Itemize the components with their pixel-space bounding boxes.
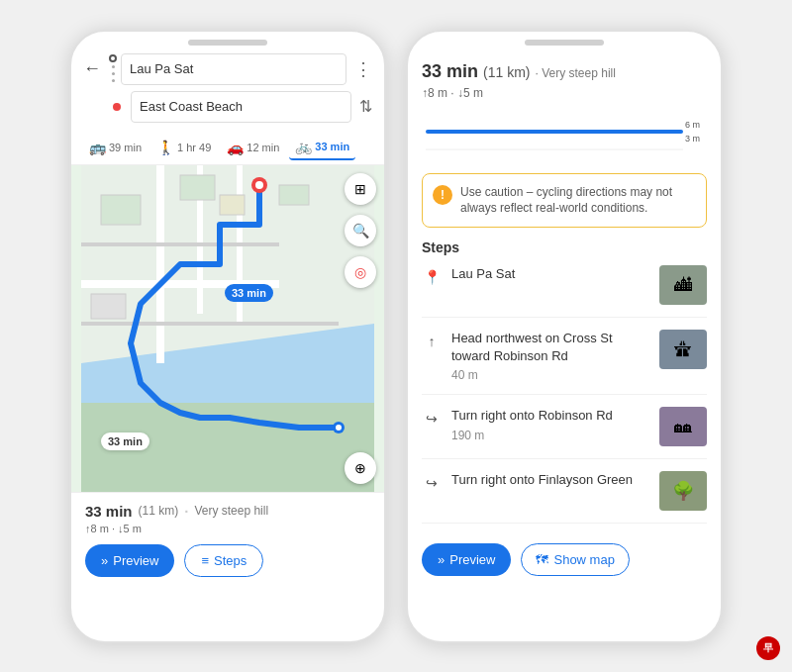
- right-content: 33 min (11 km) · Very steep hill ↑8 m · …: [408, 46, 721, 633]
- location-icon: ⊕: [354, 460, 366, 476]
- step-thumb-4: 🌳: [659, 471, 707, 511]
- svg-text:6 m: 6 m: [685, 120, 700, 130]
- connector3: [112, 79, 115, 82]
- step-text-4: Turn right onto Finlayson Green: [451, 471, 649, 489]
- elevation-chart: 6 m 3 m: [422, 110, 707, 159]
- step-icon-2: ↑: [422, 332, 442, 351]
- dest-dot: [113, 103, 121, 111]
- step-text-1: Lau Pa Sat: [451, 265, 649, 283]
- preview-icon: »: [101, 553, 108, 568]
- transport-tabs: 🚌 39 min 🚶 1 hr 49 🚗 12 min 🚲 33 min: [71, 131, 384, 165]
- tab-walk[interactable]: 🚶 1 hr 49: [151, 135, 217, 160]
- tab-car[interactable]: 🚗 12 min: [221, 135, 285, 160]
- origin-row: ← Lau Pa Sat ⋮: [83, 53, 372, 85]
- step-icon-3: ↪: [422, 409, 442, 429]
- right-phone: 33 min (11 km) · Very steep hill ↑8 m · …: [406, 30, 723, 643]
- step-info-1: Lau Pa Sat: [451, 265, 649, 283]
- step-text-3: Turn right onto Robinson Rd: [451, 407, 649, 425]
- right-action-buttons: » Preview 🗺 Show map: [422, 535, 707, 576]
- step-thumb-1: 🏙: [659, 265, 707, 305]
- destination-input[interactable]: East Coast Beach: [131, 91, 351, 123]
- right-elevation: ↑8 m · ↓5 m: [422, 86, 707, 100]
- step-item-3: ↪ Turn right onto Robinson Rd 190 m 🏘: [422, 407, 707, 459]
- route-info-bottom: 33 min (11 km) · Very steep hill ↑8 m · …: [71, 492, 384, 583]
- left-phone: ← Lau Pa Sat ⋮: [69, 30, 386, 643]
- origin-dot: [109, 54, 117, 62]
- svg-point-15: [255, 181, 263, 189]
- compass-icon: ◎: [354, 264, 366, 280]
- svg-rect-9: [101, 195, 141, 225]
- svg-rect-10: [180, 175, 215, 200]
- step-item-4: ↪ Turn right onto Finlayson Green 🌳: [422, 471, 707, 524]
- origin-input[interactable]: Lau Pa Sat: [121, 53, 346, 85]
- swap-button[interactable]: ⇅: [359, 97, 372, 116]
- map-time-label-main: 33 min: [225, 284, 273, 302]
- svg-rect-18: [426, 130, 683, 134]
- watermark: 早: [756, 636, 780, 660]
- svg-rect-13: [220, 195, 245, 215]
- route-km: (11 km): [139, 504, 179, 518]
- steps-icon: ≡: [201, 553, 209, 568]
- location-button[interactable]: ⊕: [345, 452, 376, 484]
- connector1: [112, 65, 115, 68]
- map-area: 33 min 33 min ⊞ 🔍 ◎ ⊕: [71, 165, 384, 492]
- map-icon: 🗺: [536, 552, 548, 567]
- step-item-1: 📍 Lau Pa Sat 🏙: [422, 265, 707, 318]
- layers-icon: ⊞: [354, 181, 366, 197]
- svg-text:3 m: 3 m: [685, 134, 700, 144]
- bike-icon: 🚲: [295, 139, 312, 154]
- search-icon: 🔍: [352, 223, 369, 239]
- walk-icon: 🚶: [157, 140, 174, 155]
- route-summary: 33 min (11 km) · Very steep hill: [85, 503, 370, 520]
- warning-box: ! Use caution – cycling directions may n…: [422, 173, 707, 229]
- step-info-2: Head northwest on Cross St toward Robins…: [451, 330, 649, 382]
- step-info-4: Turn right onto Finlayson Green: [451, 471, 649, 489]
- step-text-2: Head northwest on Cross St toward Robins…: [451, 330, 649, 365]
- step-item-2: ↑ Head northwest on Cross St toward Robi…: [422, 330, 707, 395]
- left-header: ← Lau Pa Sat ⋮: [71, 46, 384, 131]
- steps-button[interactable]: ≡ Steps: [184, 544, 263, 577]
- step-icon-1: 📍: [422, 267, 442, 287]
- preview-button-right[interactable]: » Preview: [422, 543, 511, 576]
- more-button[interactable]: ⋮: [354, 58, 372, 80]
- steps-heading: Steps: [422, 240, 707, 255]
- preview-button-left[interactable]: » Preview: [85, 544, 174, 577]
- svg-rect-12: [91, 294, 126, 319]
- tab-bike[interactable]: 🚲 33 min: [289, 135, 355, 160]
- warning-icon: !: [433, 185, 452, 205]
- right-route-title: 33 min (11 km) · Very steep hill: [422, 61, 707, 82]
- bus-icon: 🚌: [89, 140, 106, 155]
- step-thumb-3: 🏘: [659, 407, 707, 446]
- car-icon: 🚗: [227, 140, 244, 155]
- route-hill: Very steep hill: [194, 504, 268, 518]
- tab-bus[interactable]: 🚌 39 min: [83, 135, 148, 160]
- compass-button[interactable]: ◎: [345, 256, 376, 288]
- action-buttons-left: » Preview ≡ Steps: [85, 544, 370, 577]
- map-time-label-alt: 33 min: [101, 432, 149, 450]
- warning-text: Use caution – cycling directions may not…: [460, 184, 696, 218]
- step-info-3: Turn right onto Robinson Rd 190 m: [451, 407, 649, 441]
- svg-rect-11: [279, 185, 309, 205]
- destination-row: East Coast Beach ⇅: [83, 91, 372, 123]
- show-map-button[interactable]: 🗺 Show map: [521, 543, 629, 576]
- step-dist-3: 190 m: [451, 429, 649, 442]
- layers-button[interactable]: ⊞: [345, 173, 376, 205]
- preview-arrows-icon: »: [438, 552, 445, 567]
- step-thumb-2: 🛣: [659, 330, 707, 369]
- connector2: [112, 72, 115, 75]
- step-icon-4: ↪: [422, 473, 442, 493]
- elevation-info-left: ↑8 m · ↓5 m: [85, 523, 370, 534]
- step-dist-2: 40 m: [451, 368, 649, 382]
- svg-point-17: [336, 425, 342, 431]
- back-button[interactable]: ←: [83, 58, 101, 79]
- zoom-button[interactable]: 🔍: [345, 215, 376, 246]
